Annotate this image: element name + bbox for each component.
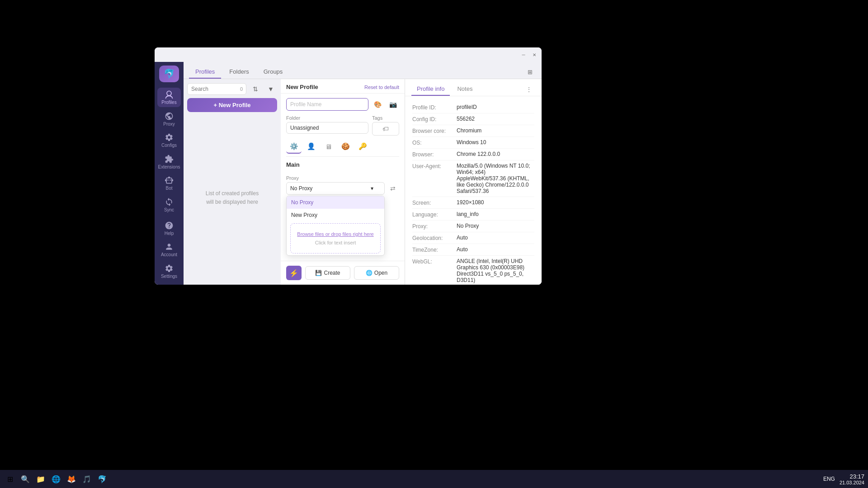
open-label: Open	[374, 270, 387, 276]
tabs-bar: Profiles Folders Groups ⊞	[184, 62, 542, 79]
info-row-proxy: Proxy: No Proxy	[412, 221, 534, 232]
form-body: 🎨 📷 Folder Unassigned Tags	[281, 94, 405, 261]
sidebar-item-proxy[interactable]: Proxy	[157, 109, 181, 129]
sort-button[interactable]: ⇅	[249, 83, 262, 95]
form-footer: ⚡ 💾 Create 🌐 Open	[281, 261, 405, 285]
tags-label: Tags	[372, 115, 399, 121]
create-button[interactable]: 💾 Create	[305, 266, 350, 280]
tab-profiles[interactable]: Profiles	[189, 66, 221, 79]
sidebar-item-extensions[interactable]: Extensions	[157, 152, 181, 172]
sidebar-account-label: Account	[161, 252, 177, 257]
profile-color-button[interactable]: 🎨	[371, 98, 384, 111]
sidebar-item-account[interactable]: Account	[157, 240, 181, 260]
info-row-browser: Browser: Chrome 122.0.0.0	[412, 149, 534, 160]
cookie-drop-line2: Click for text insert	[294, 239, 377, 247]
folder-select[interactable]: Unassigned	[286, 122, 368, 134]
open-button[interactable]: 🌐 Open	[354, 266, 399, 280]
start-button[interactable]: ⊞	[4, 473, 16, 485]
screen-value: 868×488	[457, 199, 534, 206]
app-taskbar-button[interactable]: 🐬	[96, 473, 108, 485]
proxy-refresh-button[interactable]: ⇄	[387, 182, 399, 195]
main-content: Profiles Folders Groups ⊞ 0	[184, 62, 542, 285]
info-row-geolocation: Geolocation: Auto	[412, 232, 534, 244]
profiles-panel: 0 ⇅ ▼ + New Profile List of created prof…	[184, 79, 281, 285]
sidebar-item-sync[interactable]: Sync	[157, 195, 181, 215]
sidebar-item-profiles[interactable]: Profiles	[157, 88, 181, 108]
file-explorer-button[interactable]: 📁	[34, 473, 47, 485]
profiles-area: 0 ⇅ ▼ + New Profile List of created prof…	[184, 79, 542, 285]
spotify-taskbar-button[interactable]: 🎵	[80, 473, 93, 485]
icon-tab-key[interactable]: 🔑	[355, 140, 370, 154]
info-row-profile-id: Profile ID: profileID	[412, 102, 534, 113]
browser-value: Chrome 122.0.0.0	[457, 151, 534, 157]
sidebar-configs-label: Configs	[161, 143, 177, 148]
tab-folders[interactable]: Folders	[223, 66, 255, 79]
create-icon: 💾	[315, 270, 322, 276]
open-icon: 🌐	[366, 270, 373, 276]
timezone-value: Auto	[457, 246, 534, 253]
sidebar-item-settings[interactable]: Settings	[157, 261, 181, 281]
info-row-language: Language: lang_info	[412, 209, 534, 221]
main-section-title: Main	[286, 161, 399, 168]
info-action-button[interactable]: ⋮	[523, 83, 535, 96]
layout-toggle-button[interactable]: ⊞	[524, 66, 536, 79]
reset-to-default-link[interactable]: Reset to default	[364, 84, 399, 90]
sidebar-item-configs[interactable]: Configs	[157, 131, 181, 150]
sidebar-item-bot[interactable]: Bot	[157, 174, 181, 193]
info-tab-notes[interactable]: Notes	[452, 83, 478, 96]
info-body: Profile ID: profileID Config ID: 556262 …	[405, 96, 542, 285]
filter-button[interactable]: ▼	[264, 83, 277, 95]
proxy-dropdown-menu: No Proxy New Proxy Browse files or drop …	[286, 196, 385, 256]
tab-groups[interactable]: Groups	[257, 66, 289, 79]
proxy-value: No Proxy	[457, 223, 534, 229]
info-row-screen: Screen: 868×488	[412, 197, 534, 209]
info-row-browser-core: Browser core: Chromium	[412, 125, 534, 137]
title-bar: ─ ✕	[155, 47, 542, 62]
icon-tab-screen[interactable]: 🖥	[321, 140, 336, 154]
icon-tab-main[interactable]: ⚙️	[286, 140, 302, 154]
search-input[interactable]	[187, 83, 246, 95]
sidebar-extensions-label: Extensions	[158, 164, 180, 169]
profile-name-input[interactable]	[286, 98, 368, 111]
info-tab-profile-info[interactable]: Profile info	[411, 83, 450, 96]
bolt-button[interactable]: ⚡	[286, 266, 302, 280]
proxy-dropdown-trigger[interactable]: No Proxy ▾	[286, 182, 385, 195]
sidebar-item-help[interactable]: Help	[157, 218, 181, 238]
info-row-webgl: WebGL: ANGLE (Intel, Intel(R) UHD Graphi…	[412, 256, 534, 285]
profile-info-panel: Profile info Notes ⋮ Profile ID: profile…	[405, 79, 542, 285]
close-button[interactable]: ✕	[531, 51, 538, 58]
cookie-drop-area[interactable]: Browse files or drop files right here Cl…	[290, 223, 381, 253]
edge-taskbar-button[interactable]: 🦊	[65, 473, 78, 485]
profile-avatar-button[interactable]: 📷	[387, 98, 399, 111]
info-row-os: OS: Windows 10	[412, 137, 534, 149]
search-taskbar-button[interactable]: 🔍	[19, 473, 32, 485]
tags-button[interactable]: 🏷	[372, 122, 399, 136]
form-title: New Profile	[286, 84, 318, 90]
info-row-config-id: Config ID: 556262	[412, 113, 534, 125]
icon-tab-cookie[interactable]: 🍪	[338, 140, 353, 154]
proxy-key: Proxy:	[412, 223, 453, 230]
new-profile-form: New Profile Reset to default 🎨 📷 Folder	[281, 79, 405, 285]
webgl-value: ANGLE (Intel, Intel(R) UHD Graphics 630 …	[457, 258, 534, 283]
timezone-key: TimeZone:	[412, 246, 453, 253]
new-profile-button[interactable]: + New Profile	[187, 98, 277, 112]
os-key: OS:	[412, 139, 453, 146]
user-agent-value: Mozilla/5.0 (Windows NT 10.0; Win64; x64…	[457, 163, 534, 194]
app-body: 🐬 Profiles Proxy Configs Extensions Bot	[155, 62, 542, 285]
proxy-field-label: Proxy	[286, 175, 399, 181]
browser-key: Browser:	[412, 151, 453, 158]
user-agent-key: User-Agent:	[412, 163, 453, 169]
search-box: 0	[187, 83, 246, 95]
minimize-button[interactable]: ─	[520, 51, 527, 58]
chrome-taskbar-button[interactable]: 🌐	[50, 473, 62, 485]
proxy-option-no-proxy[interactable]: No Proxy	[287, 196, 384, 209]
sidebar-bot-label: Bot	[165, 186, 172, 191]
icon-tab-users[interactable]: 👤	[303, 140, 319, 154]
os-value: Windows 10	[457, 139, 534, 145]
app-window: ─ ✕ 🐬 Profiles Proxy Configs Extensions	[155, 47, 542, 285]
left-profiles-panel: 0 ⇅ ▼ + New Profile List of created prof…	[184, 79, 281, 285]
create-label: Create	[324, 270, 340, 276]
proxy-option-new-proxy[interactable]: New Proxy	[287, 209, 384, 221]
profile-id-value: profileID	[457, 104, 534, 110]
config-id-key: Config ID:	[412, 116, 453, 122]
